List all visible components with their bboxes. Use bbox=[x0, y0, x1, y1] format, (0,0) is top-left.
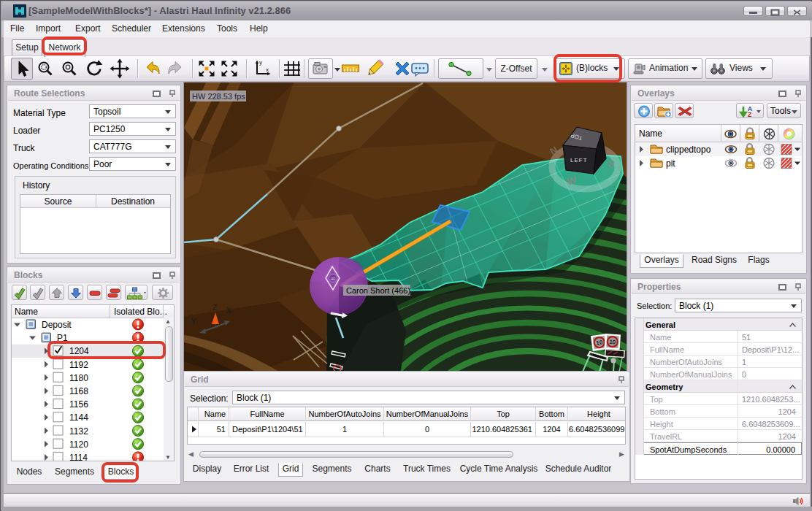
svg-text:10: 10 bbox=[609, 339, 616, 346]
svg-text:x: x bbox=[266, 66, 269, 73]
svg-text:10: 10 bbox=[596, 339, 604, 346]
svg-text:y: y bbox=[259, 59, 262, 66]
svg-text:clippedtopo: clippedtopo bbox=[666, 145, 711, 155]
svg-text:X: X bbox=[226, 307, 231, 315]
svg-text:1180: 1180 bbox=[69, 373, 88, 383]
svg-text:Z: Z bbox=[212, 304, 217, 312]
svg-text:1156: 1156 bbox=[69, 399, 88, 410]
svg-text:1132: 1132 bbox=[69, 426, 88, 437]
svg-text:1114: 1114 bbox=[69, 453, 88, 461]
svg-text:Caron Short (466): Caron Short (466) bbox=[346, 286, 410, 295]
svg-text:Y: Y bbox=[191, 318, 196, 326]
svg-text:pit: pit bbox=[666, 158, 675, 169]
svg-text:1144: 1144 bbox=[69, 412, 88, 423]
svg-text:1168: 1168 bbox=[69, 386, 88, 396]
svg-text:Deposit: Deposit bbox=[42, 320, 72, 330]
svg-text:HW 228.53 fps: HW 228.53 fps bbox=[192, 92, 245, 101]
svg-text:1120: 1120 bbox=[69, 439, 88, 450]
svg-text:Z: Z bbox=[748, 111, 751, 118]
svg-text:LEFT: LEFT bbox=[570, 157, 588, 164]
svg-text:1192: 1192 bbox=[69, 360, 88, 370]
svg-text:40: 40 bbox=[331, 277, 335, 281]
